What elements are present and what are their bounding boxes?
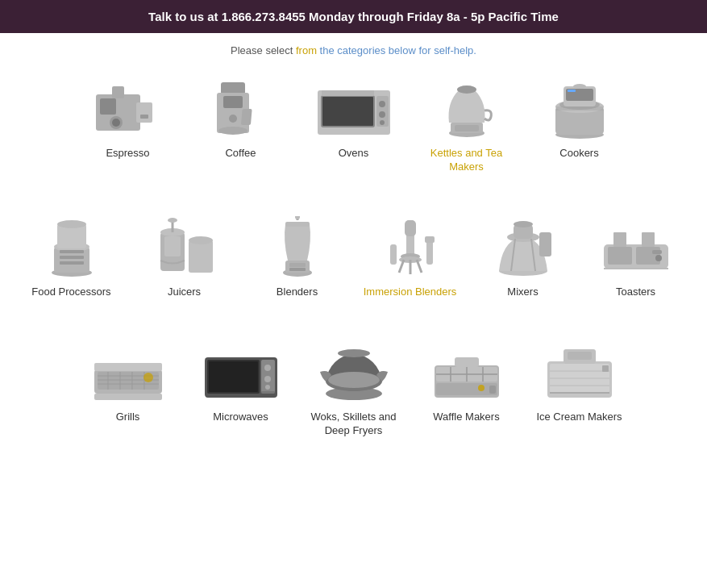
svg-rect-90 [94, 394, 162, 400]
mixers-image [479, 215, 568, 279]
svg-rect-76 [613, 232, 626, 247]
svg-rect-77 [642, 232, 655, 247]
svg-rect-63 [426, 240, 433, 265]
woks-icon [314, 341, 394, 402]
cookers-icon [539, 78, 620, 139]
svg-rect-111 [436, 383, 497, 395]
svg-point-97 [264, 376, 271, 382]
categories-row-1: Espresso Coffee [72, 68, 636, 182]
category-toasters[interactable]: Toasters [580, 206, 692, 307]
cookers-image [535, 76, 624, 140]
espresso-label: Espresso [106, 147, 149, 161]
svg-point-19 [380, 120, 385, 125]
mixers-label: Mixers [507, 286, 538, 299]
category-food-processors[interactable]: Food Processors [15, 206, 128, 307]
svg-point-48 [168, 218, 177, 223]
food-processors-label: Food Processors [31, 286, 110, 299]
microwaves-label: Microwaves [213, 411, 268, 424]
categories-row-2: Food Processors Juicers [15, 206, 692, 307]
svg-rect-24 [455, 125, 479, 131]
svg-point-92 [143, 373, 153, 382]
kettles-image [422, 76, 511, 140]
ovens-icon [314, 78, 394, 139]
ice-cream-makers-icon [539, 341, 620, 402]
svg-rect-33 [555, 106, 604, 111]
grills-image [84, 340, 173, 404]
svg-rect-5 [112, 86, 124, 98]
svg-rect-114 [489, 386, 496, 394]
top-banner: Talk to us at 1.866.273.8455 Monday thro… [0, 0, 707, 33]
svg-rect-31 [568, 90, 576, 92]
subtitle-pre: Please select [231, 44, 296, 56]
microwaves-image [197, 340, 285, 404]
blenders-image [253, 215, 342, 279]
category-cookers[interactable]: Cookers [523, 68, 636, 182]
svg-point-103 [328, 372, 380, 388]
category-mixers[interactable]: Mixers [467, 206, 580, 307]
svg-point-80 [655, 255, 662, 261]
svg-point-10 [218, 127, 247, 135]
category-ice-cream-makers[interactable]: Ice Cream Makers [523, 332, 636, 446]
svg-point-17 [379, 101, 385, 107]
categories-section: Espresso Coffee [0, 60, 707, 469]
svg-point-69 [514, 221, 533, 227]
category-espresso[interactable]: Espresso [72, 68, 185, 182]
svg-point-18 [379, 111, 385, 118]
svg-rect-55 [289, 268, 306, 271]
svg-point-38 [57, 220, 86, 228]
category-blenders[interactable]: Blenders [241, 206, 354, 307]
espresso-icon [88, 78, 168, 139]
category-coffee[interactable]: Coffee [185, 68, 297, 182]
coffee-icon [201, 78, 281, 139]
svg-rect-11 [223, 96, 243, 108]
svg-point-98 [265, 385, 270, 390]
category-immersion-blenders[interactable]: Immersion Blenders [354, 206, 467, 307]
svg-rect-41 [60, 261, 84, 265]
blenders-label: Blenders [277, 286, 318, 299]
svg-rect-42 [189, 240, 213, 273]
microwaves-icon [201, 341, 281, 402]
svg-rect-123 [602, 365, 609, 372]
svg-rect-7 [221, 82, 245, 94]
kettles-icon [426, 78, 507, 139]
svg-rect-74 [608, 247, 632, 265]
svg-point-12 [229, 115, 237, 123]
svg-rect-62 [405, 220, 416, 236]
food-processors-image [27, 215, 116, 279]
svg-point-96 [264, 365, 271, 371]
svg-point-32 [573, 84, 586, 89]
categories-row-3: Grills Microwaves [72, 332, 636, 446]
grills-label: Grills [116, 411, 140, 424]
ovens-image [310, 76, 398, 140]
svg-rect-91 [94, 363, 162, 371]
svg-rect-72 [539, 232, 551, 256]
svg-point-113 [478, 385, 485, 391]
svg-rect-54 [289, 263, 306, 267]
svg-rect-20 [322, 90, 374, 96]
juicers-image [140, 215, 229, 279]
category-microwaves[interactable]: Microwaves [185, 332, 297, 446]
svg-point-53 [295, 216, 300, 219]
category-ovens[interactable]: Ovens [297, 68, 410, 182]
toasters-image [592, 215, 680, 279]
category-kettles[interactable]: Kettles and Tea Makers [410, 68, 523, 182]
ice-cream-makers-label: Ice Cream Makers [536, 411, 622, 424]
grills-icon [88, 341, 168, 402]
waffle-makers-icon [426, 341, 507, 402]
category-waffle-makers[interactable]: Waffle Makers [410, 332, 523, 446]
juicers-label: Juicers [168, 286, 201, 299]
svg-point-43 [189, 236, 213, 244]
woks-image [310, 340, 398, 404]
subtitle-highlight: from [296, 44, 317, 56]
category-woks[interactable]: Woks, Skillets and Deep Fryers [297, 332, 410, 446]
svg-rect-99 [209, 361, 258, 392]
category-grills[interactable]: Grills [72, 332, 185, 446]
coffee-label: Coffee [225, 147, 256, 161]
category-juicers[interactable]: Juicers [128, 206, 241, 307]
ovens-label: Ovens [339, 147, 369, 161]
svg-rect-40 [60, 256, 84, 259]
coffee-image [197, 76, 285, 140]
waffle-makers-image [422, 340, 511, 404]
toasters-label: Toasters [616, 286, 655, 299]
woks-label: Woks, Skillets and Deep Fryers [304, 411, 404, 438]
